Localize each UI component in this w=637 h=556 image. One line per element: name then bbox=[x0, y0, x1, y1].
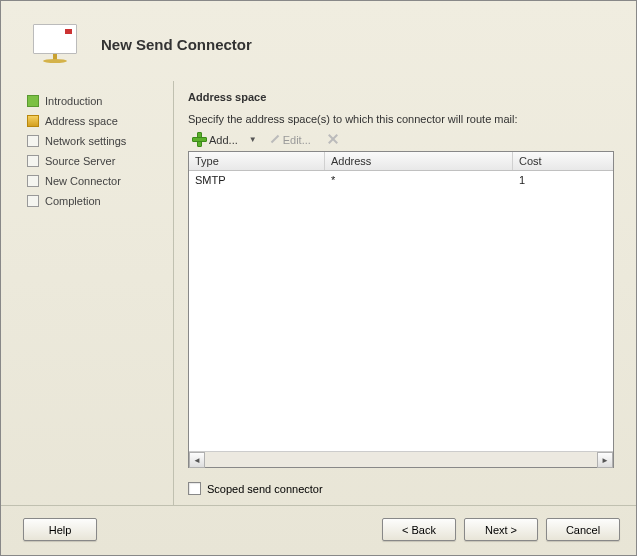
horizontal-scrollbar[interactable]: ◄ ► bbox=[189, 451, 613, 467]
table-body: SMTP * 1 bbox=[189, 171, 613, 451]
nav-step-address-space[interactable]: Address space bbox=[23, 111, 173, 131]
column-header-address[interactable]: Address bbox=[325, 152, 513, 170]
edit-button: Edit... bbox=[264, 131, 315, 148]
step-pending-icon bbox=[27, 155, 39, 167]
checkbox-icon[interactable] bbox=[188, 482, 201, 495]
nav-step-introduction[interactable]: Introduction bbox=[23, 91, 173, 111]
pencil-icon bbox=[268, 133, 281, 146]
next-button[interactable]: Next > bbox=[464, 518, 538, 541]
wizard-steps-nav: Introduction Address space Network setti… bbox=[23, 81, 173, 505]
nav-step-label: Introduction bbox=[45, 95, 102, 107]
step-current-icon bbox=[27, 115, 39, 127]
panel-description: Specify the address space(s) to which th… bbox=[188, 113, 614, 125]
step-pending-icon bbox=[27, 135, 39, 147]
step-pending-icon bbox=[27, 175, 39, 187]
add-button-label: Add... bbox=[209, 134, 238, 146]
nav-step-label: Address space bbox=[45, 115, 118, 127]
nav-step-label: Source Server bbox=[45, 155, 115, 167]
table-header: Type Address Cost bbox=[189, 152, 613, 171]
table-row[interactable]: SMTP * 1 bbox=[189, 171, 613, 189]
x-icon bbox=[327, 133, 340, 146]
address-space-table: Type Address Cost SMTP * 1 ◄ ► bbox=[188, 151, 614, 468]
wizard-dialog: New Send Connector Introduction Address … bbox=[0, 0, 637, 556]
nav-step-new-connector[interactable]: New Connector bbox=[23, 171, 173, 191]
scroll-left-button[interactable]: ◄ bbox=[189, 452, 205, 468]
help-button[interactable]: Help bbox=[23, 518, 97, 541]
delete-button bbox=[319, 131, 344, 148]
nav-step-label: Completion bbox=[45, 195, 101, 207]
add-button[interactable]: Add... bbox=[188, 130, 242, 149]
add-dropdown-arrow[interactable]: ▼ bbox=[249, 135, 257, 144]
wizard-footer: Help < Back Next > Cancel bbox=[1, 505, 636, 555]
nav-step-label: New Connector bbox=[45, 175, 121, 187]
column-header-type[interactable]: Type bbox=[189, 152, 325, 170]
cell-cost: 1 bbox=[513, 171, 613, 189]
toolbar: Add... ▼ Edit... bbox=[188, 130, 614, 149]
checkbox-label: Scoped send connector bbox=[207, 483, 323, 495]
main-panel: Address space Specify the address space(… bbox=[173, 81, 626, 505]
edit-button-label: Edit... bbox=[283, 134, 311, 146]
back-button[interactable]: < Back bbox=[382, 518, 456, 541]
plus-icon bbox=[192, 132, 207, 147]
wizard-title: New Send Connector bbox=[101, 36, 252, 53]
cancel-button[interactable]: Cancel bbox=[546, 518, 620, 541]
cell-address: * bbox=[325, 171, 513, 189]
nav-step-completion[interactable]: Completion bbox=[23, 191, 173, 211]
scroll-right-button[interactable]: ► bbox=[597, 452, 613, 468]
step-pending-icon bbox=[27, 195, 39, 207]
nav-step-label: Network settings bbox=[45, 135, 126, 147]
column-header-cost[interactable]: Cost bbox=[513, 152, 613, 170]
scroll-track[interactable] bbox=[205, 452, 597, 467]
step-completed-icon bbox=[27, 95, 39, 107]
envelope-icon bbox=[31, 24, 79, 64]
wizard-header: New Send Connector bbox=[1, 1, 636, 81]
panel-heading: Address space bbox=[188, 91, 614, 103]
cell-type: SMTP bbox=[189, 171, 325, 189]
nav-step-source-server[interactable]: Source Server bbox=[23, 151, 173, 171]
scoped-connector-option[interactable]: Scoped send connector bbox=[188, 476, 614, 505]
nav-step-network-settings[interactable]: Network settings bbox=[23, 131, 173, 151]
